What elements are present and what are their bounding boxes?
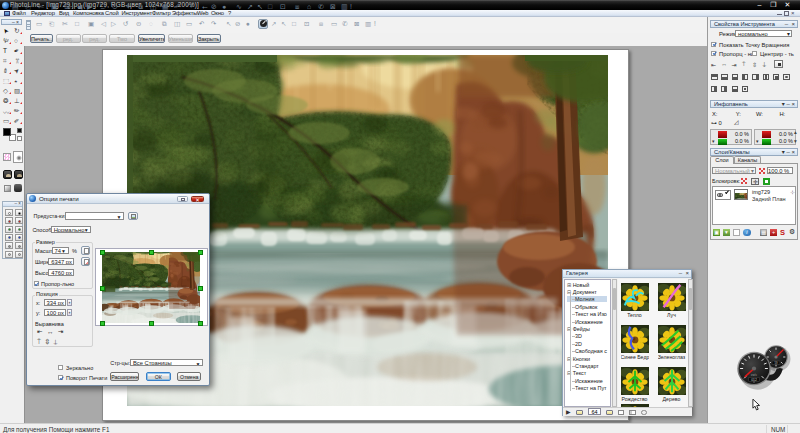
svg-text:012: 012: [751, 378, 757, 382]
svg-text:км/ч: км/ч: [751, 373, 757, 377]
svg-text:59: 59: [774, 361, 778, 365]
